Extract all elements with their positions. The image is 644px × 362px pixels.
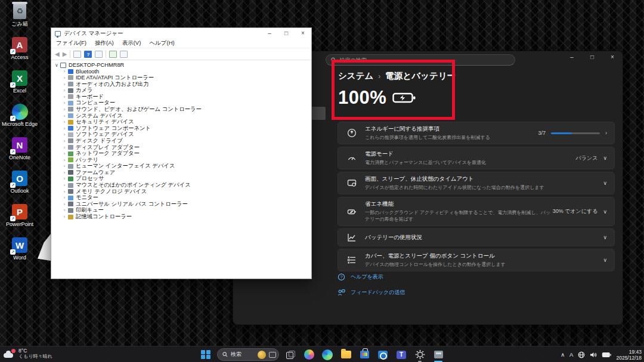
svg-text:?: ? xyxy=(340,274,342,280)
expand-chevron-icon[interactable]: › xyxy=(61,151,67,156)
device-category-row[interactable]: › 記憶域コントローラー xyxy=(61,214,311,220)
weather-widget[interactable]: 8°C くもり時々晴れ xyxy=(4,348,52,360)
desktop-icon-word[interactable]: W ↗ Word xyxy=(1,236,38,270)
menu-view[interactable]: 表示(V) xyxy=(122,39,141,47)
copilot-button[interactable] xyxy=(302,348,316,362)
expand-chevron-icon[interactable]: › xyxy=(61,75,67,81)
device-category-icon xyxy=(68,132,73,137)
taskbar-center: 検索 xyxy=(199,346,445,362)
desktop-icon-access[interactable]: A ↗ Access xyxy=(1,36,38,69)
volume-icon[interactable] xyxy=(590,351,597,358)
desktop-icon-recycle-bin[interactable]: ごみ箱 xyxy=(1,2,38,36)
card-title: バッテリーの使用状況 xyxy=(365,234,603,242)
card-screen-sleep-timeouts[interactable]: 画面、スリープ、休止状態のタイムアウト デバイスが指定された時間にわたりアイドル… xyxy=(338,172,615,194)
menu-action[interactable]: 操作(A) xyxy=(95,39,114,47)
chevron-down-icon[interactable]: ∨ xyxy=(603,180,607,186)
expand-chevron-icon[interactable]: › xyxy=(61,195,67,200)
chevron-down-icon[interactable]: ∨ xyxy=(603,234,607,240)
expand-chevron-icon[interactable]: › xyxy=(61,214,67,219)
card-subtitle: 一部のバックグラウンド アクティビティを制限することで、電力消費を削減し、バッテ… xyxy=(365,209,553,222)
expand-chevron-icon[interactable]: › xyxy=(61,170,67,175)
card-battery-usage[interactable]: バッテリーの使用状況 ∨ xyxy=(338,228,615,246)
expand-chevron-icon[interactable]: › xyxy=(61,88,67,93)
device-manager-button[interactable] xyxy=(431,348,445,362)
close-button[interactable]: × xyxy=(295,28,311,39)
expand-chevron-icon[interactable]: › xyxy=(61,157,67,163)
update-driver-button[interactable] xyxy=(120,51,128,58)
device-tree-root[interactable]: ∨ DESKTOP-PCHMR8R xyxy=(54,62,311,69)
device-category-row[interactable]: › オーディオの入力および出力 xyxy=(61,81,311,88)
search-highlight-icon[interactable] xyxy=(258,351,266,359)
expand-chevron-icon[interactable]: › xyxy=(61,176,67,181)
scan-hardware-changes-button[interactable] xyxy=(109,51,117,58)
minimize-button[interactable]: – xyxy=(568,54,576,60)
desktop-icon-powerpoint[interactable]: P ↗ PowerPoint xyxy=(1,203,38,236)
microsoft-store-button[interactable] xyxy=(357,348,371,362)
device-category-icon xyxy=(68,138,73,143)
expand-chevron-icon[interactable]: › xyxy=(61,202,67,207)
taskbar-search-box[interactable]: 検索 xyxy=(217,348,279,361)
taskbar-clock[interactable]: 19:43 2025/12/18 xyxy=(616,349,642,361)
expand-chevron-icon[interactable]: › xyxy=(61,145,67,150)
desktop-icon-onenote[interactable]: N ↗ OneNote xyxy=(1,136,38,169)
ime-indicator[interactable]: A xyxy=(569,351,573,358)
card-lid-power-sleep-buttons[interactable]: カバー、電源とスリープ 個のボタン コントロール デバイスの物理コントロールを操… xyxy=(338,249,615,271)
device-category-row[interactable]: › ネットワーク アダプター xyxy=(61,150,311,157)
chevron-down-icon[interactable]: ∨ xyxy=(603,209,607,215)
send-feedback-link[interactable]: フィードバックの送信 xyxy=(338,289,405,296)
expand-chevron-icon[interactable]: › xyxy=(61,100,67,106)
card-subtitle: デバイスの物理コントロールを操作したときの動作を選択します xyxy=(365,261,603,268)
task-view-button[interactable] xyxy=(283,348,298,362)
maximize-button[interactable]: □ xyxy=(588,54,596,60)
search-device-icon xyxy=(269,352,276,358)
expand-chevron-icon[interactable]: › xyxy=(61,119,67,125)
outlook-button[interactable] xyxy=(376,348,390,362)
expand-chevron-icon[interactable]: › xyxy=(61,182,67,188)
expand-chevron-icon[interactable]: › xyxy=(61,208,67,213)
card-power-mode[interactable]: 電源モード 電力消費とパフォーマンスに基づいてデバイスを最適化 バランス ∨ xyxy=(338,147,615,169)
show-console-tree-button[interactable] xyxy=(73,51,81,58)
expand-chevron-icon[interactable]: › xyxy=(61,132,67,137)
menu-file[interactable]: ファイル(F) xyxy=(56,39,86,47)
expand-chevron-icon[interactable]: › xyxy=(61,69,67,74)
expand-chevron-icon[interactable]: › xyxy=(61,94,67,100)
file-explorer-button[interactable] xyxy=(339,348,353,362)
settings-button[interactable] xyxy=(413,348,427,362)
menu-help[interactable]: ヘルプ(H) xyxy=(149,39,174,47)
expand-chevron-icon[interactable]: › xyxy=(61,138,67,144)
desktop-icon-excel[interactable]: X ↗ Excel xyxy=(1,69,38,103)
expand-chevron-icon[interactable]: › xyxy=(61,189,67,194)
device-category-icon xyxy=(68,189,73,194)
properties-button[interactable] xyxy=(95,51,103,58)
expand-chevron-icon[interactable]: › xyxy=(61,82,67,87)
back-button[interactable]: ◀ xyxy=(55,51,60,57)
edge-button[interactable] xyxy=(320,348,335,362)
expand-chevron-icon[interactable]: › xyxy=(61,107,67,112)
expand-chevron-icon[interactable]: › xyxy=(61,126,67,131)
card-energy-saver[interactable]: 省エネ機能 一部のバックグラウンド アクティビティを制限することで、電力消費を削… xyxy=(338,197,615,226)
maximize-button[interactable]: □ xyxy=(278,28,295,39)
card-title: 画面、スリープ、休止状態のタイムアウト xyxy=(365,175,603,183)
hidden-icons-chevron[interactable]: ∧ xyxy=(561,351,565,358)
show-help-link[interactable]: ? ヘルプを表示 xyxy=(338,273,405,281)
teams-button[interactable] xyxy=(394,348,408,362)
collapse-chevron-icon[interactable]: ∨ xyxy=(54,63,60,68)
close-button[interactable]: × xyxy=(608,54,617,60)
card-energy-recommendations[interactable]: エネルギーに関する推奨事項 これらの推奨事項を適用して二酸化炭素排出量を削減する… xyxy=(338,122,615,144)
expand-chevron-icon[interactable]: › xyxy=(61,113,67,119)
expand-chevron-icon[interactable]: › xyxy=(61,163,67,169)
chevron-down-icon[interactable]: ∨ xyxy=(603,155,607,161)
network-icon[interactable] xyxy=(578,351,585,358)
card-title: 電源モード xyxy=(365,150,576,158)
card-subtitle: 電力消費とパフォーマンスに基づいてデバイスを最適化 xyxy=(365,159,576,166)
battery-tray-icon[interactable] xyxy=(602,352,611,358)
help-button[interactable]: ? xyxy=(84,51,92,58)
desktop-icon-edge[interactable]: ↗ Microsoft Edge xyxy=(1,103,38,136)
forward-button[interactable]: ▶ xyxy=(63,51,67,57)
device-category-row[interactable]: › メモリ テクノロジ デバイス xyxy=(61,188,311,195)
start-button[interactable] xyxy=(199,348,213,362)
desktop-icon-outlook[interactable]: O ↗ Outlook xyxy=(1,169,38,203)
chevron-right-icon[interactable]: › xyxy=(605,130,607,136)
minimize-button[interactable]: – xyxy=(261,28,278,39)
chevron-down-icon[interactable]: ∨ xyxy=(603,257,607,263)
